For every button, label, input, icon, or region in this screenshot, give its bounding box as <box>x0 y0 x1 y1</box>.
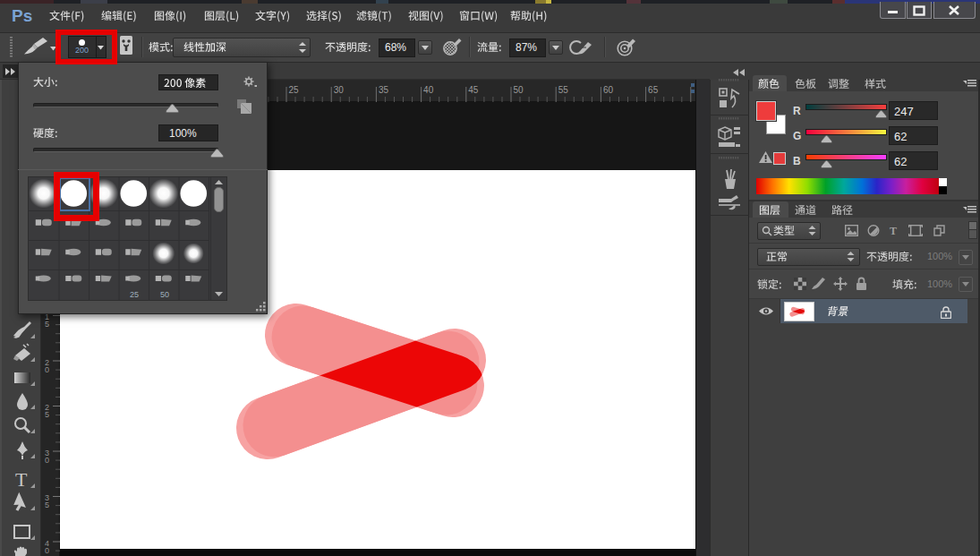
svg-text:T: T <box>15 469 28 491</box>
